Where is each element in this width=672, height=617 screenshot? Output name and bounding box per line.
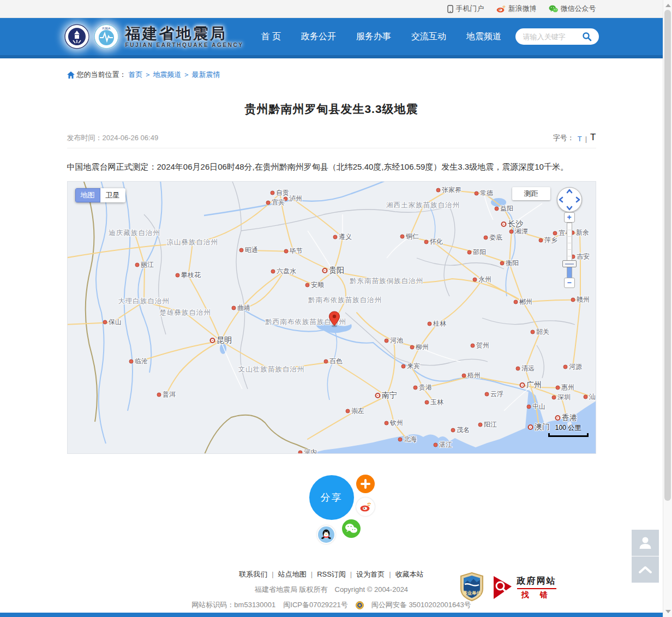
breadcrumb-prefix: 您的当前位置：: [77, 70, 127, 80]
weibo-icon: [496, 5, 506, 13]
topbar-item-phone[interactable]: 手机门户: [447, 4, 484, 14]
footer-separator: |: [350, 570, 352, 578]
police-number[interactable]: 闽公网安备 35010202001643号: [371, 600, 471, 610]
scrollbar-down-arrow[interactable]: [665, 610, 671, 613]
nav-item-earthquake-channel[interactable]: 地震频道: [466, 31, 501, 43]
map-scale: 100 公里: [548, 423, 589, 437]
footer-separator: |: [311, 570, 313, 578]
topbar-item-label: 新浪微博: [508, 4, 537, 14]
topbar: 手机门户新浪微博微信公众号: [0, 0, 663, 18]
cea-logo: [64, 24, 89, 49]
institution-badge-text: 事业单位: [463, 590, 482, 596]
maptype-satellite-button[interactable]: 卫星: [100, 188, 125, 202]
share-more-button[interactable]: [356, 475, 375, 493]
fjea-badge-text: FJEA: [102, 27, 110, 30]
topbar-item-label: 手机门户: [456, 4, 484, 14]
article: 贵州黔南州罗甸县发生3.3级地震 发布时间：2024-06-26 06:49 字…: [67, 101, 596, 610]
fontsize-label: 字号：: [553, 133, 574, 143]
footer-link-2[interactable]: RSS订阅: [317, 570, 346, 578]
topbar-item-weibo[interactable]: 新浪微博: [496, 4, 537, 14]
cea-logo-icon: [64, 24, 89, 49]
scrollbar-up-arrow[interactable]: [665, 4, 671, 7]
article-title: 贵州黔南州罗甸县发生3.3级地震: [67, 101, 596, 117]
footer-link-0[interactable]: 联系我们: [239, 570, 267, 578]
breadcrumb-link-1[interactable]: 地震频道: [153, 70, 182, 80]
institution-badge[interactable]: 事业单位: [459, 572, 484, 603]
fontsize-control: 字号： T | T: [553, 132, 596, 143]
search-box: [515, 28, 599, 45]
share-button[interactable]: 分享: [309, 475, 354, 520]
map-scale-bar: [548, 433, 589, 437]
site-title: 福建省地震局 FUJIAN EARTHQUAKE AGENCY: [125, 26, 244, 48]
share-section: 分享: [67, 475, 596, 547]
find-error-badge[interactable]: 政府网站 找 错: [493, 576, 556, 600]
epicenter-pin-icon: [327, 311, 341, 330]
fontsize-large-button[interactable]: T: [590, 132, 596, 143]
site-name: 福建省地震局: [125, 26, 244, 42]
map-scale-text: 100 公里: [548, 423, 589, 433]
topbar-item-label: 微信公众号: [561, 4, 596, 14]
breadcrumb-link-2[interactable]: 最新震情: [192, 70, 220, 80]
site-name-en: FUJIAN EARTHQUAKE AGENCY: [125, 42, 244, 48]
zoom-slider-fill: [567, 267, 572, 278]
search-icon[interactable]: [582, 32, 592, 41]
publish-date: 发布时间：2024-06-26 06:49: [67, 133, 159, 143]
wechat-icon: [342, 519, 361, 538]
pan-arrows-icon: [557, 188, 581, 212]
page: 手机门户新浪微博微信公众号 FJEA: [0, 0, 663, 617]
site-header: FJEA 福建省地震局 FUJIAN EARTHQUAKE AGENCY 首 页…: [0, 18, 663, 58]
nav-item-interaction[interactable]: 交流互动: [411, 31, 446, 43]
find-error-line1: 政府网站: [517, 576, 556, 589]
plus-icon: [361, 479, 370, 489]
scrollbar-thumb[interactable]: [664, 10, 671, 501]
bottom-blue-strip: [0, 613, 663, 617]
zoom-slider-handle[interactable]: [562, 260, 577, 267]
site-logos[interactable]: FJEA: [64, 24, 119, 49]
person-icon: [638, 536, 652, 550]
breadcrumb-link-0[interactable]: 首页: [129, 70, 143, 80]
zoom-in-button[interactable]: +: [564, 212, 575, 223]
share-qq-button[interactable]: [317, 525, 335, 544]
scrollbar: [663, 0, 672, 617]
weibo-icon: [359, 501, 371, 512]
footer-link-1[interactable]: 站点地图: [278, 570, 307, 578]
maptype-control: 地图 卫星: [75, 188, 125, 202]
share-wechat-button[interactable]: [342, 519, 361, 538]
home-icon: [67, 71, 75, 79]
qq-icon: [318, 526, 334, 543]
site-code: 网站标识码：bm53130001: [191, 600, 275, 610]
breadcrumb-separator: ＞: [183, 70, 190, 80]
chevron-up-icon: [638, 565, 652, 574]
nav-item-gov-affairs[interactable]: 政务公开: [301, 31, 336, 43]
find-error-line2: 找 错: [517, 590, 556, 600]
fontsize-separator: |: [585, 135, 587, 143]
floating-widget: [632, 530, 659, 583]
footer: 联系我们|站点地图|RSS订阅|设为首页|收藏本站 福建省地震局 版权所有 Co…: [67, 570, 596, 610]
footer-separator: |: [389, 570, 391, 578]
article-body: 中国地震台网正式测定：2024年06月26日06时48分,在贵州黔南州罗甸县（北…: [67, 160, 596, 174]
footer-separator: |: [272, 570, 273, 578]
measure-distance-button[interactable]: 测距: [512, 187, 550, 200]
fontsize-small-button[interactable]: T: [578, 135, 582, 143]
map-pan-control[interactable]: [557, 187, 582, 212]
back-to-top-button[interactable]: [632, 556, 659, 583]
topbar-items: 手机门户新浪微博微信公众号: [67, 0, 596, 17]
footer-link-4[interactable]: 收藏本站: [395, 570, 424, 578]
nav-item-home[interactable]: 首 页: [261, 31, 281, 43]
fjea-logo: FJEA: [94, 24, 119, 49]
map-canvas[interactable]: 自贡泸州宜宾遵义昭通毕节张家界常德益阳长沙湘潭萍乡宜春新余吉安湘西土家族苗族自治…: [67, 181, 596, 454]
breadcrumb-links: 首页＞地震频道＞最新震情: [129, 70, 220, 80]
breadcrumb: 您的当前位置： 首页＞地震频道＞最新震情: [67, 58, 596, 80]
icp-number[interactable]: 闽ICP备07029221号: [283, 600, 348, 610]
maptype-map-button[interactable]: 地图: [75, 188, 100, 202]
user-panel-button[interactable]: [632, 530, 659, 556]
find-error-icon: [493, 576, 513, 600]
search-input[interactable]: [523, 33, 582, 41]
share-weibo-button[interactable]: [356, 498, 375, 516]
fjea-logo-icon: FJEA: [94, 24, 119, 49]
footer-link-3[interactable]: 设为首页: [356, 570, 385, 578]
topbar-item-wechat[interactable]: 微信公众号: [549, 4, 596, 14]
zoom-out-button[interactable]: −: [564, 278, 575, 288]
nav-item-services[interactable]: 服务办事: [356, 31, 391, 43]
main-nav: 首 页政务公开服务办事交流互动地震频道: [261, 31, 501, 43]
